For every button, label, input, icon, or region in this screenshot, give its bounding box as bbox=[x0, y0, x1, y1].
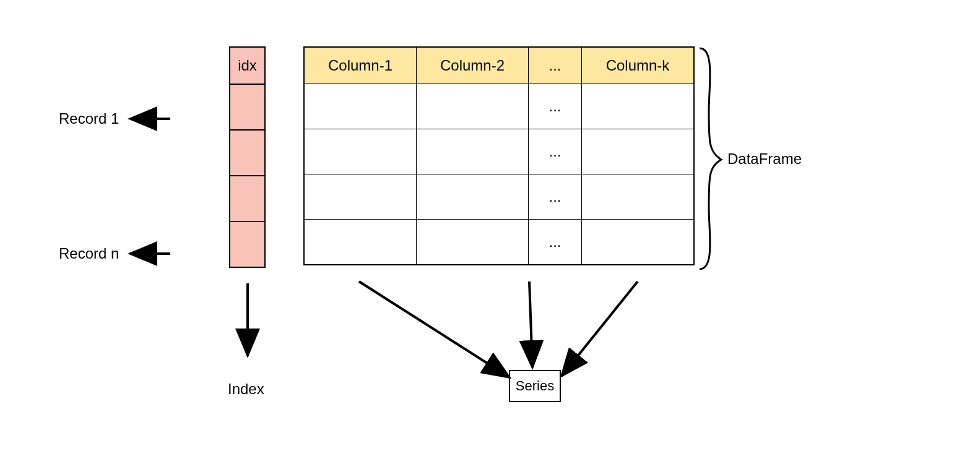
table-row: ... bbox=[305, 220, 693, 264]
table-row: ... bbox=[305, 129, 693, 174]
table-cell bbox=[305, 174, 417, 220]
table-row: ... bbox=[305, 84, 693, 129]
table-row: ... bbox=[305, 174, 693, 220]
table-cell bbox=[305, 84, 417, 129]
table-cell bbox=[582, 174, 693, 220]
column-header: Column-2 bbox=[417, 48, 529, 84]
table-cell: ... bbox=[529, 129, 582, 174]
index-label: Index bbox=[228, 380, 264, 398]
index-cell bbox=[230, 131, 264, 176]
table-cell bbox=[417, 129, 529, 174]
table-cell bbox=[582, 129, 693, 174]
table-cell: ... bbox=[529, 174, 582, 220]
table-cell bbox=[417, 220, 529, 264]
index-header-cell: idx bbox=[230, 48, 264, 85]
table-cell bbox=[305, 129, 417, 174]
dataframe-table: Column-1 Column-2 ... Column-k ... ... .… bbox=[303, 46, 695, 265]
diagram-container: idx Column-1 Column-2 ... Column-k ... .… bbox=[0, 0, 980, 464]
column-header: ... bbox=[529, 48, 582, 84]
table-cell: ... bbox=[529, 220, 582, 264]
column-header: Column-1 bbox=[305, 48, 417, 84]
svg-line-6 bbox=[562, 281, 638, 376]
table-cell bbox=[582, 220, 693, 264]
table-cell bbox=[305, 220, 417, 264]
column-header: Column-k bbox=[582, 48, 693, 84]
table-cell bbox=[417, 174, 529, 220]
index-cell bbox=[230, 222, 264, 267]
svg-line-4 bbox=[359, 281, 510, 377]
svg-line-5 bbox=[529, 281, 532, 367]
table-cell bbox=[417, 84, 529, 129]
index-cell bbox=[230, 176, 264, 222]
table-cell: ... bbox=[529, 84, 582, 129]
table-cell bbox=[582, 84, 693, 129]
series-box: Series bbox=[509, 370, 561, 402]
table-header-row: Column-1 Column-2 ... Column-k bbox=[305, 48, 693, 84]
index-cell bbox=[230, 85, 264, 131]
record-1-label: Record 1 bbox=[59, 110, 119, 127]
index-column: idx bbox=[229, 46, 266, 268]
dataframe-label: DataFrame bbox=[727, 150, 802, 168]
record-n-label: Record n bbox=[59, 245, 119, 262]
